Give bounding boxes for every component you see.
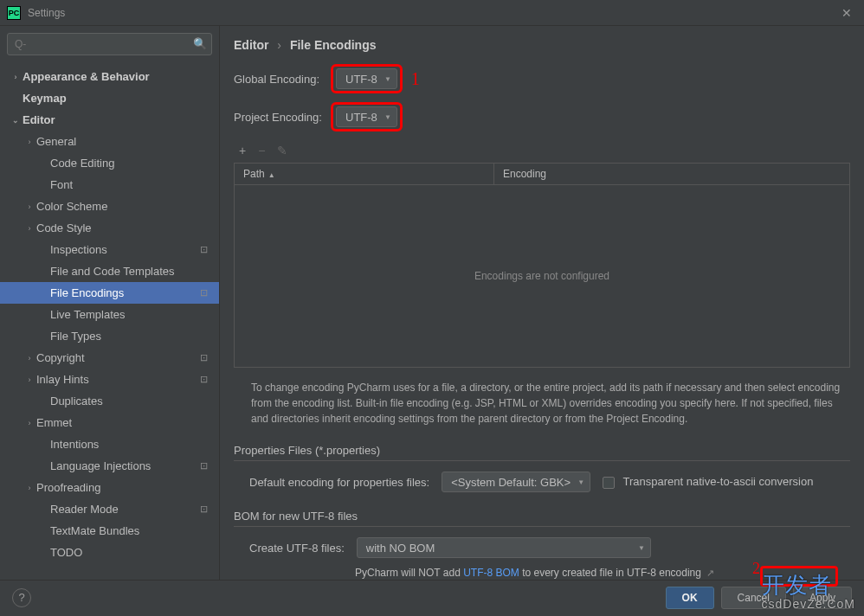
sidebar-item-emmet[interactable]: ›Emmet <box>0 412 219 433</box>
sidebar-item-label: Emmet <box>36 416 219 429</box>
apply-button[interactable]: Apply <box>793 587 852 609</box>
sidebar-item-label: Keymap <box>23 92 219 105</box>
chevron-icon: › <box>23 354 36 363</box>
sidebar-item-label: Proofreading <box>36 481 219 494</box>
sidebar-item-label: General <box>36 135 219 148</box>
highlight-box-3 <box>760 566 838 587</box>
table-toolbar: + − ✎ <box>234 140 850 161</box>
ok-button[interactable]: OK <box>666 587 714 609</box>
sidebar-item-label: Reader Mode <box>50 503 197 516</box>
sidebar-item-color-scheme[interactable]: ›Color Scheme <box>0 196 219 217</box>
table-header: Path▲ Encoding <box>235 164 849 185</box>
project-encoding-dropdown[interactable]: UTF-8 ▼ <box>336 106 397 127</box>
chevron-down-icon: ▼ <box>384 113 391 121</box>
chevron-icon: › <box>23 375 36 384</box>
sidebar-item-label: Appearance & Behavior <box>23 70 219 83</box>
sidebar-item-label: Font <box>50 178 219 191</box>
sidebar-item-copyright[interactable]: ›Copyright⊡ <box>0 347 219 369</box>
sidebar-item-file-and-code-templates[interactable]: File and Code Templates <box>0 260 219 282</box>
sidebar-item-inspections[interactable]: Inspections⊡ <box>0 239 219 260</box>
close-icon[interactable]: ✕ <box>836 6 857 20</box>
main-area: 🔍 ›Appearance & BehaviorKeymap⌄Editor›Ge… <box>0 26 864 580</box>
sidebar-item-keymap[interactable]: Keymap <box>0 87 219 109</box>
col-path[interactable]: Path▲ <box>235 164 494 184</box>
sidebar-item-label: Intentions <box>50 438 219 451</box>
chevron-icon: › <box>23 138 36 146</box>
sidebar: 🔍 ›Appearance & BehaviorKeymap⌄Editor›Ge… <box>0 26 220 580</box>
project-scope-icon: ⊡ <box>197 287 210 298</box>
search-icon[interactable]: 🔍 <box>193 37 207 50</box>
project-scope-icon: ⊡ <box>197 374 210 385</box>
col-encoding[interactable]: Encoding <box>494 164 555 184</box>
chevron-down-icon: ▼ <box>384 75 391 83</box>
transparent-checkbox-wrapper[interactable]: Transparent native-to-ascii conversion <box>603 475 813 489</box>
sidebar-item-label: Inspections <box>50 243 197 256</box>
sidebar-item-reader-mode[interactable]: Reader Mode⊡ <box>0 498 219 520</box>
sidebar-item-label: Color Scheme <box>36 200 219 213</box>
sidebar-item-inlay-hints[interactable]: ›Inlay Hints⊡ <box>0 369 219 390</box>
sidebar-item-intentions[interactable]: Intentions <box>0 433 219 455</box>
breadcrumb-root[interactable]: Editor <box>234 38 268 52</box>
annotation-2: 2 <box>752 560 760 578</box>
sidebar-item-textmate-bundles[interactable]: TextMate Bundles <box>0 520 219 542</box>
settings-tree[interactable]: ›Appearance & BehaviorKeymap⌄Editor›Gene… <box>0 62 219 580</box>
sidebar-item-label: Code Style <box>36 221 219 234</box>
chevron-down-icon: ▼ <box>577 478 584 486</box>
sidebar-item-label: TODO <box>50 546 219 559</box>
sidebar-item-label: Duplicates <box>50 395 219 407</box>
properties-section: Properties Files (*.properties) <box>234 444 850 461</box>
sidebar-item-font[interactable]: Font <box>0 174 219 196</box>
project-encoding-label: Project Encoding: <box>234 111 331 124</box>
transparent-checkbox-label: Transparent native-to-ascii conversion <box>623 475 814 488</box>
chevron-icon: › <box>23 419 36 427</box>
create-utf8-label: Create UTF-8 files: <box>249 542 345 555</box>
external-link-icon: ↗ <box>706 568 714 578</box>
chevron-icon: › <box>9 73 23 81</box>
window-title: Settings <box>28 7 65 19</box>
chevron-down-icon: ▼ <box>638 544 645 552</box>
project-encoding-row: Project Encoding: UTF-8 ▼ <box>234 102 850 132</box>
sort-asc-icon: ▲ <box>268 171 275 179</box>
breadcrumb: Editor › File Encodings <box>234 35 850 64</box>
sidebar-item-label: Language Injections <box>50 459 197 472</box>
utf8-bom-link[interactable]: UTF-8 BOM <box>463 567 519 579</box>
sidebar-item-label: Copyright <box>36 351 197 364</box>
sidebar-item-label: Inlay Hints <box>36 373 197 386</box>
sidebar-item-file-encodings[interactable]: File Encodings⊡ <box>0 282 219 304</box>
sidebar-item-file-types[interactable]: File Types <box>0 325 219 347</box>
sidebar-item-label: File and Code Templates <box>50 265 219 278</box>
sidebar-item-proofreading[interactable]: ›Proofreading <box>0 477 219 498</box>
project-scope-icon: ⊡ <box>197 504 210 515</box>
transparent-checkbox[interactable] <box>603 477 615 489</box>
sidebar-item-language-injections[interactable]: Language Injections⊡ <box>0 455 219 477</box>
sidebar-item-editor[interactable]: ⌄Editor <box>0 109 219 131</box>
project-scope-icon: ⊡ <box>197 352 210 363</box>
properties-encoding-dropdown[interactable]: <System Default: GBK> ▼ <box>442 472 590 492</box>
sidebar-item-label: Editor <box>23 113 219 126</box>
add-icon[interactable]: + <box>239 144 246 157</box>
table-body: Encodings are not configured <box>235 185 849 367</box>
sidebar-item-code-style[interactable]: ›Code Style <box>0 217 219 239</box>
sidebar-item-appearance-behavior[interactable]: ›Appearance & Behavior <box>0 66 219 87</box>
cancel-button[interactable]: Cancel <box>721 587 786 609</box>
sidebar-item-general[interactable]: ›General <box>0 131 219 152</box>
sidebar-item-todo[interactable]: TODO <box>0 542 219 563</box>
create-utf8-dropdown[interactable]: with NO BOM ▼ <box>357 537 651 558</box>
chevron-icon: › <box>23 484 36 492</box>
app-icon: PC <box>7 6 21 20</box>
sidebar-item-code-editing[interactable]: Code Editing <box>0 152 219 174</box>
chevron-icon: › <box>23 224 36 233</box>
global-encoding-dropdown[interactable]: UTF-8 ▼ <box>336 68 397 89</box>
chevron-icon: › <box>23 202 36 211</box>
sidebar-item-live-templates[interactable]: Live Templates <box>0 304 219 325</box>
annotation-1: 1 <box>411 69 420 89</box>
sidebar-item-label: Live Templates <box>50 308 219 321</box>
sidebar-item-duplicates[interactable]: Duplicates <box>0 390 219 412</box>
search-input[interactable] <box>7 33 212 55</box>
properties-row: Default encoding for properties files: <… <box>249 472 850 492</box>
help-button[interactable]: ? <box>12 588 31 607</box>
chevron-icon: ⌄ <box>9 116 23 125</box>
properties-default-label: Default encoding for properties files: <box>249 476 429 489</box>
sidebar-item-label: Code Editing <box>50 157 219 170</box>
sidebar-item-label: File Types <box>50 330 219 343</box>
